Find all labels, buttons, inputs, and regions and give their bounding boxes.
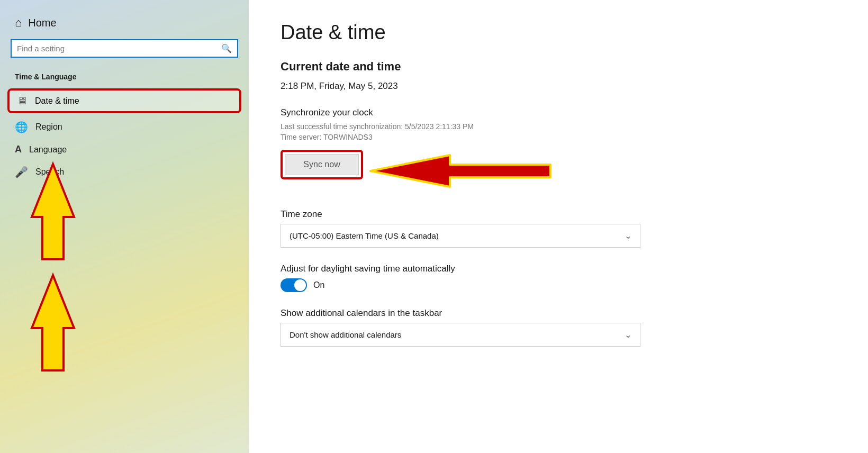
svg-marker-2 [370, 155, 550, 187]
timezone-dropdown[interactable]: (UTC-05:00) Eastern Time (US & Canada) ⌄ [281, 224, 640, 248]
page-title: Date & time [281, 21, 836, 44]
search-input[interactable] [17, 44, 221, 53]
home-label: Home [28, 17, 56, 29]
date-time-icon: 🖥 [17, 95, 28, 107]
date-time-nav-wrapper: 🖥 Date & time [0, 86, 249, 115]
additional-calendar-value: Don't show additional calendars [290, 330, 401, 339]
additional-calendar-label: Show additional calendars in the taskbar [281, 308, 836, 319]
timezone-chevron-icon: ⌄ [625, 231, 631, 241]
sidebar-item-language[interactable]: A Language [0, 139, 249, 160]
current-section-title: Current date and time [281, 60, 836, 74]
timezone-value: (UTC-05:00) Eastern Time (US & Canada) [290, 231, 439, 240]
search-icon: 🔍 [221, 43, 232, 53]
region-label: Region [35, 122, 62, 132]
calendar-chevron-icon: ⌄ [625, 330, 631, 340]
sync-button-box: Sync now [281, 150, 363, 179]
home-icon: ⌂ [15, 16, 22, 30]
left-arrow-annotation [365, 144, 577, 197]
sync-time-server: Time server: TORWINADS3 [281, 133, 836, 141]
up-arrow-annotation [0, 0, 249, 453]
date-time-nav-item[interactable]: 🖥 Date & time [7, 88, 241, 113]
region-icon: 🌐 [15, 121, 28, 133]
sync-section-title: Synchronize your clock [281, 107, 836, 118]
daylight-toggle[interactable] [281, 278, 307, 292]
sync-now-button[interactable]: Sync now [285, 154, 359, 175]
section-label: Time & Language [0, 69, 249, 86]
additional-calendar-dropdown[interactable]: Don't show additional calendars ⌄ [281, 323, 640, 347]
sidebar-item-speech[interactable]: 🎤 Speech [0, 160, 249, 184]
daylight-toggle-row: On [281, 278, 836, 292]
speech-icon: 🎤 [15, 166, 28, 178]
main-content: Date & time Current date and time 2:18 P… [249, 0, 868, 453]
sidebar-home[interactable]: ⌂ Home [0, 11, 249, 39]
current-datetime: 2:18 PM, Friday, May 5, 2023 [281, 81, 836, 92]
sidebar-item-region[interactable]: 🌐 Region [0, 115, 249, 139]
daylight-label: Adjust for daylight saving time automati… [281, 264, 836, 274]
speech-label: Speech [35, 167, 64, 177]
svg-marker-0 [32, 275, 74, 370]
search-box: 🔍 [11, 39, 238, 58]
timezone-label: Time zone [281, 209, 836, 220]
language-label: Language [29, 145, 67, 155]
sync-area: Sync now [281, 150, 363, 179]
sidebar: ⌂ Home 🔍 Time & Language 🖥 Date & time 🌐… [0, 0, 249, 453]
language-icon: A [15, 144, 22, 155]
sync-last-success: Last successful time synchronization: 5/… [281, 122, 836, 131]
date-time-label: Date & time [35, 96, 79, 106]
daylight-toggle-label: On [313, 280, 324, 290]
